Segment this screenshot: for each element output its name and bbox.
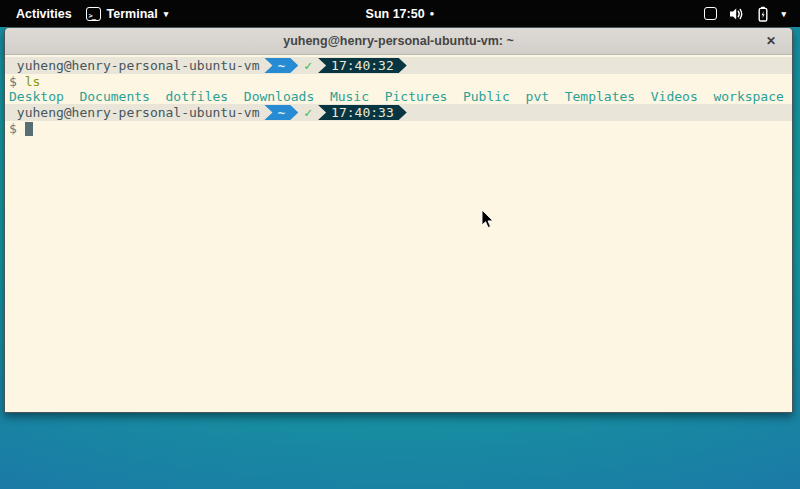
prompt-time-badge: 17:40:33 — [318, 105, 407, 120]
display-icon — [704, 7, 717, 20]
prompt-symbol: $ — [9, 74, 17, 89]
window-titlebar[interactable]: yuheng@henry-personal-ubuntu-vm: ~ ✕ — [5, 28, 792, 55]
prompt-symbol: $ — [9, 121, 17, 136]
terminal-content[interactable]: yuheng@henry-personal-ubuntu-vm ~ ✓ 17:4… — [5, 55, 792, 412]
system-menu-caret-icon: ▾ — [781, 9, 786, 19]
typed-command: ls — [25, 74, 41, 89]
prompt-line: yuheng@henry-personal-ubuntu-vm ~ ✓ 17:4… — [5, 104, 792, 121]
current-input-line: $ — [5, 121, 792, 136]
system-status-area[interactable]: ▾ — [704, 6, 800, 22]
volume-icon — [729, 7, 745, 21]
activities-button[interactable]: Activities — [12, 5, 76, 23]
clock-button[interactable]: Sun 17:50 — [366, 7, 425, 21]
ls-output-line: Desktop Documents dotfiles Downloads Mus… — [5, 89, 792, 104]
battery-charging-icon — [757, 6, 769, 22]
prompt-user-host: yuheng@henry-personal-ubuntu-vm — [9, 58, 259, 73]
prompt-line: yuheng@henry-personal-ubuntu-vm ~ ✓ 17:4… — [5, 57, 792, 74]
check-icon: ✓ — [304, 58, 313, 73]
gnome-top-bar: Activities >_ Terminal ▾ Sun 17:50 ● — [0, 0, 800, 27]
notification-dot-icon: ● — [430, 9, 435, 18]
app-menu-label: Terminal — [107, 7, 158, 21]
prompt-cwd-badge: ~ — [264, 105, 298, 120]
app-menu-terminal[interactable]: >_ Terminal ▾ — [86, 7, 169, 21]
prompt-user-host: yuheng@henry-personal-ubuntu-vm — [9, 105, 259, 120]
chevron-down-icon: ▾ — [164, 9, 169, 19]
terminal-cursor — [25, 122, 33, 136]
terminal-window: yuheng@henry-personal-ubuntu-vm: ~ ✕ yuh… — [4, 27, 793, 413]
prompt-cwd-badge: ~ — [264, 58, 298, 73]
command-line: $ ls — [5, 74, 792, 89]
terminal-icon: >_ — [86, 7, 101, 21]
prompt-time-badge: 17:40:32 — [318, 58, 407, 73]
close-icon[interactable]: ✕ — [763, 33, 779, 49]
desktop: Activities >_ Terminal ▾ Sun 17:50 ● — [0, 0, 800, 489]
check-icon: ✓ — [304, 105, 313, 120]
window-title: yuheng@henry-personal-ubuntu-vm: ~ — [283, 34, 514, 48]
